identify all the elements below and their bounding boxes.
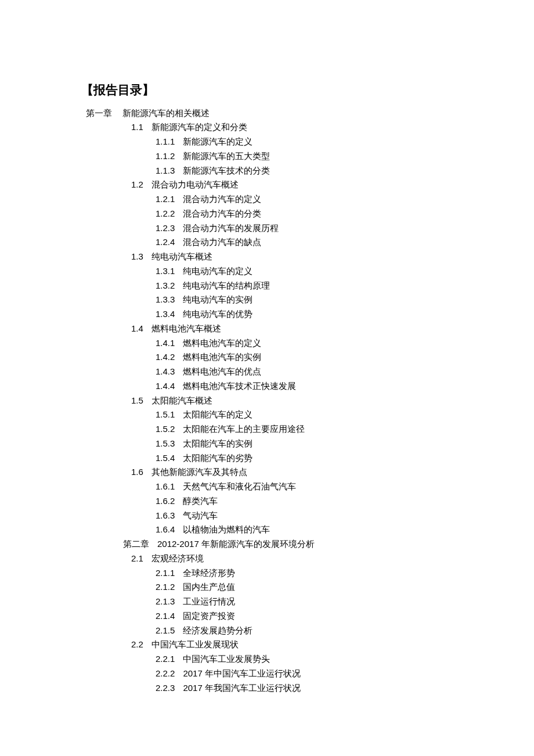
subsection-title: 太阳能在汽车上的主要应用途径: [183, 424, 305, 434]
subsection-number: 1.2.3: [156, 221, 175, 236]
subsection-entry: 1.5.2太阳能在汽车上的主要应用途径: [81, 422, 534, 437]
subsection-entry: 1.4.3燃料电池汽车的优点: [81, 365, 534, 379]
subsection-number: 2.1.4: [156, 609, 175, 624]
subsection-entry: 1.1.2新能源汽车的五大类型: [81, 149, 534, 164]
section-number: 1.5: [131, 394, 143, 408]
subsection-entry: 1.3.1纯电动汽车的定义: [81, 264, 534, 279]
subsection-title: 新能源汽车的五大类型: [183, 152, 270, 161]
subsection-number: 1.5.3: [156, 437, 175, 451]
subsection-title: 2017 年我国汽车工业运行状况: [183, 683, 301, 693]
section-number: 1.4: [131, 322, 143, 336]
chapter-heading: 第二章2012-2017 年新能源汽车的发展环境分析: [81, 537, 534, 552]
subsection-number: 1.2.1: [156, 192, 175, 207]
subsection-number: 1.5.4: [156, 451, 175, 466]
subsection-entry: 1.4.4燃料电池汽车技术正快速发展: [81, 379, 534, 394]
subsection-title: 2017 年中国汽车工业运行状况: [183, 668, 301, 678]
subsection-entry: 1.3.3纯电动汽车的实例: [81, 293, 534, 307]
chapter-number: 第二章: [123, 537, 149, 552]
section-number: 2.2: [131, 638, 143, 652]
subsection-entry: 2.2.32017 年我国汽车工业运行状况: [81, 681, 534, 696]
subsection-entry: 1.6.4以植物油为燃料的汽车: [81, 523, 534, 537]
subsection-title: 太阳能汽车的实例: [183, 439, 252, 448]
subsection-entry: 1.3.2纯电动汽车的结构原理: [81, 279, 534, 293]
subsection-number: 2.2.1: [156, 652, 175, 667]
subsection-title: 燃料电池汽车技术正快速发展: [183, 381, 296, 391]
subsection-number: 1.2.4: [156, 235, 175, 250]
subsection-title: 中国汽车工业发展势头: [183, 654, 270, 664]
subsection-number: 1.5.2: [156, 422, 175, 437]
section-title: 新能源汽车的定义和分类: [151, 123, 247, 132]
subsection-entry: 1.2.2混合动力汽车的分类: [81, 207, 534, 221]
subsection-entry: 2.1.3工业运行情况: [81, 595, 534, 609]
subsection-title: 工业运行情况: [183, 597, 235, 606]
subsection-number: 1.3.3: [156, 293, 175, 307]
subsection-entry: 2.1.4固定资产投资: [81, 609, 534, 624]
subsection-entry: 2.1.1全球经济形势: [81, 566, 534, 581]
subsection-entry: 2.1.5经济发展趋势分析: [81, 624, 534, 638]
subsection-number: 1.4.2: [156, 350, 175, 365]
subsection-entry: 1.5.3太阳能汽车的实例: [81, 437, 534, 451]
subsection-number: 1.6.1: [156, 480, 175, 494]
subsection-entry: 1.3.4纯电动汽车的优势: [81, 307, 534, 322]
subsection-title: 混合动力汽车的缺点: [183, 237, 261, 247]
subsection-title: 纯电动汽车的优势: [183, 309, 252, 319]
subsection-number: 1.3.2: [156, 279, 175, 293]
subsection-number: 1.4.1: [156, 336, 175, 351]
subsection-number: 1.6.3: [156, 509, 175, 523]
subsection-number: 2.1.5: [156, 624, 175, 638]
subsection-title: 国内生产总值: [183, 582, 235, 592]
section-entry: 2.1宏观经济环境: [81, 552, 534, 566]
section-entry: 1.3纯电动汽车概述: [81, 250, 534, 264]
subsection-entry: 1.2.3混合动力汽车的发展历程: [81, 221, 534, 236]
subsection-title: 燃料电池汽车的实例: [183, 352, 261, 362]
section-title: 燃料电池汽车概述: [151, 324, 221, 333]
section-entry: 1.4燃料电池汽车概述: [81, 322, 534, 336]
subsection-title: 天然气汽车和液化石油气汽车: [183, 482, 296, 491]
subsection-title: 混合动力汽车的定义: [183, 195, 261, 204]
section-number: 2.1: [131, 552, 143, 566]
subsection-title: 气动汽车: [183, 511, 218, 520]
subsection-title: 新能源汽车技术的分类: [183, 166, 270, 175]
subsection-entry: 1.1.3新能源汽车技术的分类: [81, 164, 534, 178]
subsection-number: 1.3.4: [156, 307, 175, 322]
section-number: 1.3: [131, 250, 143, 264]
subsection-entry: 1.6.2醇类汽车: [81, 494, 534, 509]
section-entry: 1.1新能源汽车的定义和分类: [81, 120, 534, 135]
subsection-title: 以植物油为燃料的汽车: [183, 525, 270, 534]
subsection-number: 1.4.4: [156, 379, 175, 394]
subsection-number: 2.2.3: [156, 681, 175, 696]
subsection-number: 2.1.2: [156, 580, 175, 595]
subsection-number: 1.2.2: [156, 207, 175, 221]
subsection-entry: 1.5.4太阳能汽车的劣势: [81, 451, 534, 466]
subsection-entry: 1.5.1太阳能汽车的定义: [81, 408, 534, 422]
subsection-entry: 1.2.1混合动力汽车的定义: [81, 192, 534, 207]
subsection-entry: 1.2.4混合动力汽车的缺点: [81, 235, 534, 250]
subsection-entry: 2.2.1中国汽车工业发展势头: [81, 652, 534, 667]
section-title: 太阳能汽车概述: [151, 396, 212, 405]
section-title: 其他新能源汽车及其特点: [151, 467, 247, 477]
section-number: 1.1: [131, 120, 143, 135]
subsection-number: 1.1.1: [156, 135, 175, 149]
subsection-title: 燃料电池汽车的定义: [183, 339, 261, 348]
subsection-title: 燃料电池汽车的优点: [183, 367, 261, 376]
subsection-entry: 1.6.3气动汽车: [81, 509, 534, 523]
chapter-title: 2012-2017 年新能源汽车的发展环境分析: [157, 539, 315, 549]
subsection-number: 2.1.3: [156, 595, 175, 609]
subsection-number: 1.5.1: [156, 408, 175, 422]
section-title: 宏观经济环境: [151, 554, 204, 563]
subsection-title: 经济发展趋势分析: [183, 626, 252, 635]
section-number: 1.6: [131, 465, 143, 480]
subsection-title: 混合动力汽车的发展历程: [183, 224, 279, 233]
chapter-number: 第一章: [86, 106, 112, 121]
subsection-entry: 2.1.2国内生产总值: [81, 580, 534, 595]
toc-title: 【报告目录】: [81, 80, 534, 100]
subsection-number: 1.6.4: [156, 523, 175, 537]
subsection-title: 全球经济形势: [183, 568, 235, 578]
subsection-number: 1.1.2: [156, 149, 175, 164]
section-title: 混合动力电动汽车概述: [151, 180, 239, 189]
subsection-title: 纯电动汽车的结构原理: [183, 281, 270, 290]
chapter-title: 新能源汽车的相关概述: [122, 109, 210, 118]
section-entry: 1.5太阳能汽车概述: [81, 394, 534, 408]
subsection-number: 2.2.2: [156, 667, 175, 681]
subsection-entry: 2.2.22017 年中国汽车工业运行状况: [81, 667, 534, 681]
